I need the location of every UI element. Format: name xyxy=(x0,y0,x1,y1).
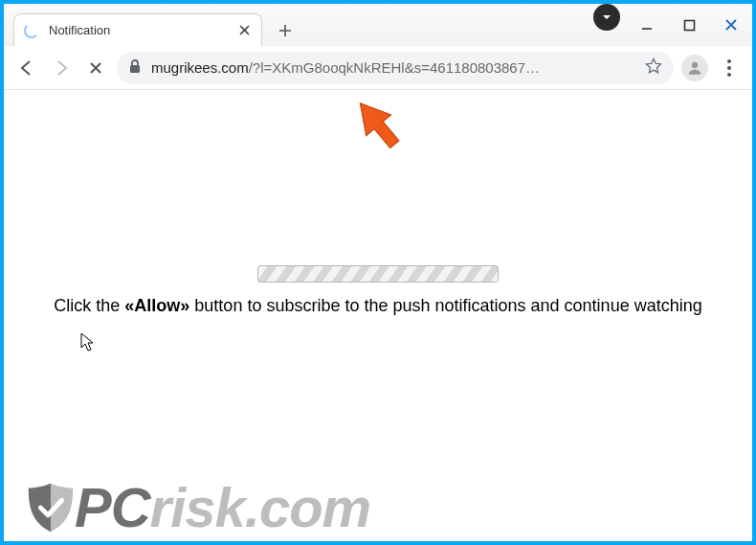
browser-window: Notification xyxy=(0,0,756,545)
minimize-button[interactable] xyxy=(626,4,668,46)
svg-point-5 xyxy=(727,73,731,77)
url-domain: mugrikees.com xyxy=(151,59,249,76)
url-text: mugrikees.com/?l=XKmG8ooqkNkREHl&s=46118… xyxy=(151,59,635,76)
new-tab-button[interactable] xyxy=(270,15,300,46)
msg-suffix: button to subscribe to the push notifica… xyxy=(189,296,701,315)
window-close-button[interactable] xyxy=(710,4,752,46)
shield-icon xyxy=(23,480,78,535)
profile-switch-button[interactable] xyxy=(593,4,620,31)
close-tab-button[interactable] xyxy=(236,23,252,38)
svg-rect-0 xyxy=(684,20,694,30)
lock-icon xyxy=(128,58,142,78)
forward-button[interactable] xyxy=(48,55,75,81)
tab-active[interactable]: Notification xyxy=(13,13,262,46)
bookmark-star-icon[interactable] xyxy=(645,57,662,79)
instruction-text: Click the «Allow» button to subscribe to… xyxy=(4,296,752,316)
maximize-button[interactable] xyxy=(668,4,710,46)
profile-avatar-button[interactable] xyxy=(681,55,708,81)
svg-point-3 xyxy=(727,59,731,63)
annotation-arrow-icon xyxy=(345,91,411,158)
msg-prefix: Click the xyxy=(54,296,124,315)
svg-point-2 xyxy=(692,61,698,67)
loading-spinner-icon xyxy=(24,23,39,38)
back-button[interactable] xyxy=(13,55,40,81)
msg-allow: «Allow» xyxy=(124,296,189,315)
page-content: Click the «Allow» button to subscribe to… xyxy=(4,90,752,541)
titlebar: Notification xyxy=(4,4,752,46)
watermark-logo: PCrisk.com xyxy=(23,480,370,535)
window-controls xyxy=(626,4,752,46)
toolbar: mugrikees.com/?l=XKmG8ooqkNkREHl&s=46118… xyxy=(4,46,752,90)
watermark-text-2: risk.com xyxy=(150,480,371,535)
tab-strip: Notification xyxy=(4,4,593,46)
fake-loading-bar xyxy=(257,265,499,283)
stop-reload-button[interactable] xyxy=(82,55,109,81)
mouse-cursor-icon xyxy=(80,332,96,353)
browser-menu-button[interactable] xyxy=(716,55,743,81)
watermark-text-1: PC xyxy=(75,480,150,535)
address-bar[interactable]: mugrikees.com/?l=XKmG8ooqkNkREHl&s=46118… xyxy=(117,52,674,84)
url-path: /?l=XKmG8ooqkNkREHl&s=461180803867… xyxy=(249,59,540,76)
tab-title: Notification xyxy=(49,23,227,37)
svg-point-4 xyxy=(727,66,731,70)
svg-rect-1 xyxy=(130,65,140,73)
